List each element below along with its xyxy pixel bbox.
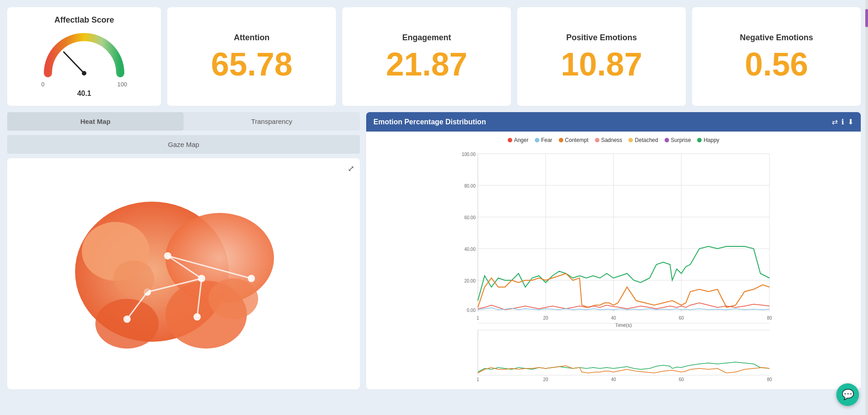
attention-value: 65.78 [211,48,292,80]
svg-point-18 [208,278,258,319]
sadness-dot [595,138,599,142]
svg-point-19 [113,260,154,297]
svg-text:80.00: 80.00 [464,184,476,189]
contempt-label: Contempt [565,137,589,143]
contempt-dot [559,138,563,142]
swap-icon[interactable]: ⇄ [832,118,838,126]
detached-label: Detached [635,137,658,143]
scrollbar-thumb[interactable] [865,9,868,27]
tab-heat-map[interactable]: Heat Map [7,112,184,131]
negative-title: Negative Emotions [740,33,813,42]
gauge-container: 0 100 40.1 [39,30,129,98]
tab-row-2: Gaze Map [7,135,360,154]
legend-detached: Detached [628,137,658,143]
gauge-labels: 0 100 [41,81,127,88]
svg-point-5 [95,299,159,349]
info-icon[interactable]: ℹ [841,118,844,126]
engagement-card: Engagement 21.87 [342,7,511,106]
left-panel: Heat Map Transparency Gaze Map ⤢ [7,112,360,389]
svg-point-1 [82,71,86,75]
chart-panel: Emotion Percentage Distribution ⇄ ℹ ⬇ An… [366,112,861,389]
legend-fear: Fear [535,137,552,143]
affectlab-title: Affectlab Score [54,15,114,25]
legend-anger: Anger [508,137,528,143]
attention-card: Attention 65.78 [167,7,336,106]
positive-value: 10.87 [561,48,642,80]
svg-line-0 [64,52,84,73]
affectlab-card: Affectlab Score [7,7,161,106]
svg-text:40.00: 40.00 [464,247,476,252]
chart-body: Anger Fear Contempt Sadness [366,132,861,389]
tab-gaze-map[interactable]: Gaze Map [7,135,360,154]
engagement-value: 21.87 [386,48,467,80]
gauge-min: 0 [41,81,44,88]
svg-text:1: 1 [476,377,479,382]
chart-icons: ⇄ ℹ ⬇ [832,118,854,126]
anger-dot [508,138,512,142]
surprise-dot [665,138,669,142]
gauge-svg [39,30,129,80]
fear-dot [535,138,539,142]
chart-legend: Anger Fear Contempt Sadness [372,137,855,143]
svg-text:60: 60 [679,316,684,321]
svg-text:100.00: 100.00 [462,152,476,157]
tab-row-1: Heat Map Transparency [7,112,360,131]
sadness-label: Sadness [601,137,623,143]
legend-happy: Happy [697,137,719,143]
svg-text:1: 1 [476,316,479,321]
chart-area: 100.00 80.00 60.00 40.00 20.00 0.00 [372,147,855,384]
legend-contempt: Contempt [559,137,589,143]
svg-text:60: 60 [679,377,684,382]
svg-text:60.00: 60.00 [464,215,476,220]
legend-sadness: Sadness [595,137,623,143]
brain-panel: ⤢ [7,158,360,389]
metrics-row: Affectlab Score [7,7,861,106]
negative-value: 0.56 [745,48,808,80]
legend-surprise: Surprise [665,137,691,143]
chart-header: Emotion Percentage Distribution ⇄ ℹ ⬇ [366,112,861,132]
svg-text:20: 20 [543,316,548,321]
svg-text:40: 40 [611,316,616,321]
expand-icon[interactable]: ⤢ [348,164,354,174]
attention-title: Attention [234,33,269,42]
download-icon[interactable]: ⬇ [848,118,854,126]
svg-text:0.00: 0.00 [467,308,476,313]
svg-text:40: 40 [611,377,616,382]
engagement-title: Engagement [402,33,451,42]
emotion-chart-svg: 100.00 80.00 60.00 40.00 20.00 0.00 [372,147,855,382]
svg-text:80: 80 [767,377,772,382]
positive-title: Positive Emotions [566,33,637,42]
chart-title: Emotion Percentage Distribution [373,118,486,126]
detached-dot [628,138,633,142]
scrollbar[interactable] [865,0,868,415]
happy-label: Happy [703,137,719,143]
svg-text:20.00: 20.00 [464,278,476,283]
fear-label: Fear [541,137,552,143]
chat-icon: 💬 [842,389,854,401]
gauge-score: 40.1 [77,90,91,98]
bottom-row: Heat Map Transparency Gaze Map ⤢ [7,112,861,389]
gauge-max: 100 [118,81,127,88]
brain-illustration [57,188,310,360]
happy-dot [697,138,702,142]
svg-line-44 [478,330,769,373]
positive-emotions-card: Positive Emotions 10.87 [517,7,686,106]
anger-label: Anger [514,137,528,143]
svg-text:80: 80 [767,316,772,321]
svg-text:20: 20 [543,377,548,382]
tab-transparency[interactable]: Transparency [184,112,360,131]
surprise-label: Surprise [671,137,691,143]
negative-emotions-card: Negative Emotions 0.56 [692,7,861,106]
chat-fab[interactable]: 💬 [836,383,859,406]
